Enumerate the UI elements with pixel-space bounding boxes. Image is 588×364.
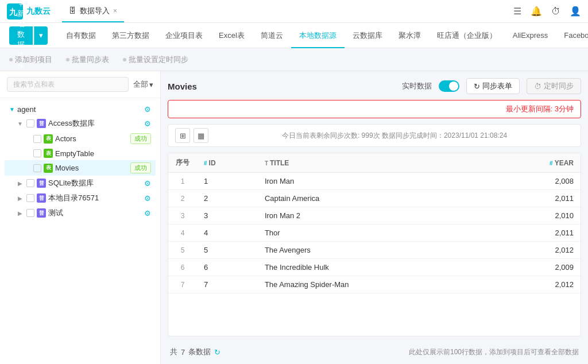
tab-close-btn[interactable]: × (113, 7, 117, 15)
top-nav: + 新增数据连接 ▾ 自有数据 第三方数据 企业项目表 Excel表 简道云 本… (0, 23, 588, 48)
table-row[interactable]: 3 3 Iron Man 2 2,010 (168, 207, 581, 224)
movies-status: 成功 (130, 162, 151, 173)
col-title[interactable]: TTITLE (258, 153, 491, 173)
cell-title: Captain America (258, 190, 491, 207)
db-sqlite-icon: 普 (37, 179, 46, 188)
db-test-header[interactable]: ▶ 普 测试 ⚙ (5, 206, 156, 220)
sqlite-settings-icon[interactable]: ⚙ (144, 179, 151, 188)
actors-label: Actors (55, 134, 128, 143)
db-access-header[interactable]: ▼ 普 Access数据库 ⚙ (5, 116, 156, 131)
actors-status: 成功 (130, 133, 151, 144)
expand-icon-sqlite: ▶ (16, 179, 24, 187)
table-movies[interactable]: 表 Movies 成功 (5, 160, 156, 176)
db-localdir-header[interactable]: ▶ 普 本地目录76571 ⚙ (5, 191, 156, 206)
table-row[interactable]: 4 4 Thor 2,011 (168, 224, 581, 242)
tab-own[interactable]: 自有数据 (58, 23, 104, 48)
data-table-wrap: 序号 #ID TTITLE #YEAR 1 1 Iron Man 2,008 2… (168, 153, 581, 336)
all-filter-btn[interactable]: 全部 ▾ (133, 79, 153, 90)
main-content: 全部 ▾ ▼ agent ⚙ ▼ 普 Access数据库 (0, 71, 588, 364)
col-year[interactable]: #YEAR (490, 153, 581, 173)
localdir-settings-icon[interactable]: ⚙ (144, 194, 151, 203)
cell-seq: 4 (168, 224, 197, 242)
table-emptytable[interactable]: 表 EmptyTable (5, 146, 156, 160)
list-icon[interactable]: ☰ (513, 6, 521, 17)
tab-excel[interactable]: Excel表 (211, 23, 253, 48)
table-row[interactable]: 6 6 The Incredible Hulk 2,009 (168, 259, 581, 276)
toolbar-row: ⊞ ▦ 今日当前表剩余同步次数: 999次 数据同步完成时间：2023/11/0… (168, 124, 581, 147)
agent-label: agent (17, 105, 36, 114)
test-label: 测试 (48, 208, 142, 218)
cell-id: 5 (197, 242, 258, 259)
refresh-btn[interactable]: ↻ (214, 348, 220, 357)
cell-seq: 2 (168, 190, 197, 207)
emptytable-checkbox[interactable] (33, 149, 41, 157)
expand-icon: ▼ (16, 119, 24, 127)
localdir-label: 本地目录76571 (48, 193, 142, 203)
test-settings-icon[interactable]: ⚙ (144, 209, 151, 218)
add-connection-button[interactable]: + 新增数据连接 (9, 26, 33, 45)
cell-year: 2,008 (490, 173, 581, 190)
db-icon: 普 (37, 119, 46, 128)
table-row[interactable]: 5 5 The Avengers 2,012 (168, 242, 581, 259)
add-to-project-btn[interactable]: 添加到项目 (9, 55, 52, 65)
tab-jushui[interactable]: 聚水潭 (390, 23, 429, 48)
view-icons: ⊞ ▦ (175, 128, 208, 143)
cell-seq: 1 (168, 173, 197, 190)
cell-title: The Amazing Spider-Man (258, 276, 491, 293)
actors-checkbox[interactable] (33, 135, 41, 143)
localdir-checkbox[interactable] (26, 194, 34, 202)
sync-table-btn[interactable]: ↻ 同步表单 (466, 78, 520, 94)
tab-enterprise[interactable]: 企业项目表 (157, 23, 211, 48)
expand-icon-test: ▶ (16, 209, 24, 217)
tab-jiandao[interactable]: 简道云 (253, 23, 291, 48)
batch-sync-label: 批量同步表 (72, 55, 109, 65)
table-actors[interactable]: 表 Actors 成功 (5, 131, 156, 146)
title-bar-actions: ☰ 🔔 ⏱ 👤 (513, 6, 581, 17)
tab-aliexpress[interactable]: AliExpress (505, 23, 556, 48)
sqlite-checkbox[interactable] (26, 179, 34, 187)
batch-sync-btn[interactable]: 批量同步表 (66, 55, 109, 65)
clock-icon[interactable]: ⏱ (551, 6, 560, 17)
batch-schedule-btn[interactable]: 批量设置定时同步 (123, 55, 188, 65)
table-row[interactable]: 1 1 Iron Man 2,008 (168, 173, 581, 190)
table-row[interactable]: 2 2 Captain America 2,011 (168, 190, 581, 207)
tab-local[interactable]: 本地数据源 (291, 23, 345, 48)
table-view-btn[interactable]: ▦ (194, 128, 208, 143)
tab-cloud[interactable]: 云数据库 (345, 23, 390, 48)
tab-facebook[interactable]: Faceboo (556, 23, 588, 48)
agent-icon: ⚙ (144, 105, 151, 114)
table-icon-empty: 表 (44, 149, 53, 158)
db-access-checkbox[interactable] (26, 119, 34, 127)
active-tab[interactable]: 🗄 数据导入 × (62, 0, 124, 22)
test-checkbox[interactable] (26, 209, 34, 217)
content-title: Movies (168, 82, 197, 91)
movies-checkbox[interactable] (33, 164, 41, 172)
user-icon[interactable]: 👤 (570, 6, 581, 17)
schedule-btn[interactable]: ⏱ 定时同步 (527, 78, 581, 94)
tab-wangtong[interactable]: 旺店通（企业版） (429, 23, 505, 48)
bell-icon[interactable]: 🔔 (531, 6, 542, 17)
tab-third[interactable]: 第三方数据 (104, 23, 157, 48)
cell-seq: 3 (168, 207, 197, 224)
sync-icon: ↻ (474, 82, 480, 91)
search-input[interactable] (7, 77, 129, 92)
cell-year: 2,011 (490, 224, 581, 242)
table-row[interactable]: 7 7 The Amazing Spider-Man 2,012 (168, 276, 581, 293)
db-settings-icon[interactable]: ⚙ (144, 119, 151, 128)
sync-info: 今日当前表剩余同步次数: 999次 数据同步完成时间：2023/11/01 21… (215, 131, 574, 141)
cell-seq: 7 (168, 276, 197, 293)
dot-icon-3 (123, 58, 126, 61)
cell-year: 2,010 (490, 207, 581, 224)
movies-label: Movies (55, 164, 128, 172)
grid-view-btn[interactable]: ⊞ (175, 128, 190, 143)
cell-year: 2,009 (490, 259, 581, 276)
db-sqlite-header[interactable]: ▶ 普 SQLite数据库 ⚙ (5, 176, 156, 191)
add-connection-dropdown[interactable]: ▾ (34, 26, 48, 45)
col-id[interactable]: #ID (197, 153, 258, 173)
tab-title: 数据导入 (80, 6, 110, 16)
main-panel: Movies 实时数据 ↻ 同步表单 ⏱ 定时同步 最小更新间隔: 3分钟 ⊞ (161, 71, 588, 364)
cell-id: 2 (197, 190, 258, 207)
cell-id: 1 (197, 173, 258, 190)
realtime-toggle[interactable] (439, 80, 459, 92)
table-icon-movies: 表 (44, 164, 53, 173)
